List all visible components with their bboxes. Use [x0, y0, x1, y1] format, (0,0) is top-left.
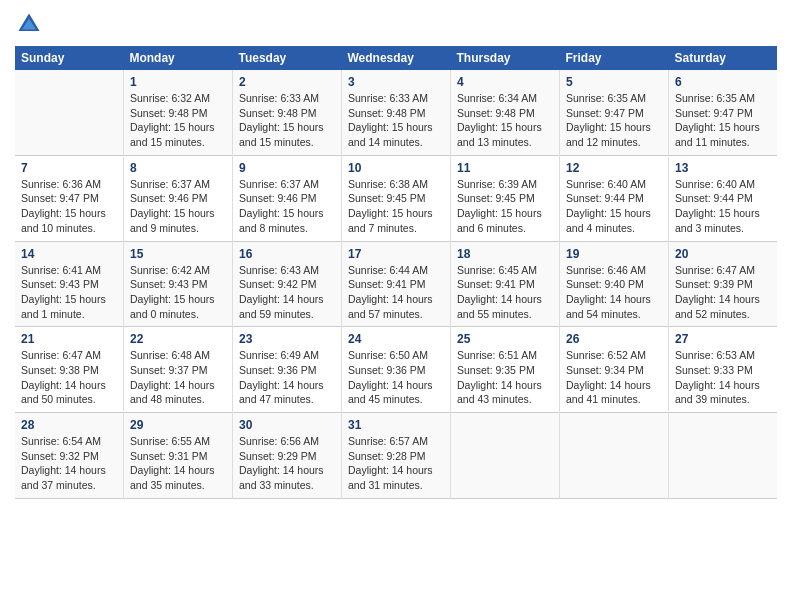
- day-cell: [451, 413, 560, 499]
- day-number: 10: [348, 161, 444, 175]
- day-number: 12: [566, 161, 662, 175]
- week-row-1: 1Sunrise: 6:32 AM Sunset: 9:48 PM Daylig…: [15, 70, 777, 155]
- day-info: Sunrise: 6:38 AM Sunset: 9:45 PM Dayligh…: [348, 177, 444, 236]
- day-number: 9: [239, 161, 335, 175]
- day-cell: 25Sunrise: 6:51 AM Sunset: 9:35 PM Dayli…: [451, 327, 560, 413]
- week-row-4: 21Sunrise: 6:47 AM Sunset: 9:38 PM Dayli…: [15, 327, 777, 413]
- day-number: 17: [348, 247, 444, 261]
- day-number: 24: [348, 332, 444, 346]
- day-number: 30: [239, 418, 335, 432]
- day-header-wednesday: Wednesday: [341, 46, 450, 70]
- day-number: 7: [21, 161, 117, 175]
- day-cell: 9Sunrise: 6:37 AM Sunset: 9:46 PM Daylig…: [232, 155, 341, 241]
- day-cell: 7Sunrise: 6:36 AM Sunset: 9:47 PM Daylig…: [15, 155, 123, 241]
- day-number: 27: [675, 332, 771, 346]
- day-number: 11: [457, 161, 553, 175]
- day-cell: 19Sunrise: 6:46 AM Sunset: 9:40 PM Dayli…: [560, 241, 669, 327]
- day-cell: 11Sunrise: 6:39 AM Sunset: 9:45 PM Dayli…: [451, 155, 560, 241]
- day-info: Sunrise: 6:33 AM Sunset: 9:48 PM Dayligh…: [239, 91, 335, 150]
- day-number: 28: [21, 418, 117, 432]
- day-number: 6: [675, 75, 771, 89]
- day-info: Sunrise: 6:40 AM Sunset: 9:44 PM Dayligh…: [675, 177, 771, 236]
- day-cell: [669, 413, 777, 499]
- day-header-friday: Friday: [560, 46, 669, 70]
- day-info: Sunrise: 6:42 AM Sunset: 9:43 PM Dayligh…: [130, 263, 226, 322]
- day-info: Sunrise: 6:37 AM Sunset: 9:46 PM Dayligh…: [130, 177, 226, 236]
- day-number: 29: [130, 418, 226, 432]
- calendar-table: SundayMondayTuesdayWednesdayThursdayFrid…: [15, 46, 777, 499]
- day-info: Sunrise: 6:54 AM Sunset: 9:32 PM Dayligh…: [21, 434, 117, 493]
- day-cell: 29Sunrise: 6:55 AM Sunset: 9:31 PM Dayli…: [123, 413, 232, 499]
- logo-icon: [15, 10, 43, 38]
- day-cell: 27Sunrise: 6:53 AM Sunset: 9:33 PM Dayli…: [669, 327, 777, 413]
- header: [15, 10, 777, 38]
- day-info: Sunrise: 6:46 AM Sunset: 9:40 PM Dayligh…: [566, 263, 662, 322]
- day-info: Sunrise: 6:56 AM Sunset: 9:29 PM Dayligh…: [239, 434, 335, 493]
- day-info: Sunrise: 6:43 AM Sunset: 9:42 PM Dayligh…: [239, 263, 335, 322]
- day-info: Sunrise: 6:33 AM Sunset: 9:48 PM Dayligh…: [348, 91, 444, 150]
- day-header-sunday: Sunday: [15, 46, 123, 70]
- day-info: Sunrise: 6:48 AM Sunset: 9:37 PM Dayligh…: [130, 348, 226, 407]
- day-info: Sunrise: 6:41 AM Sunset: 9:43 PM Dayligh…: [21, 263, 117, 322]
- logo: [15, 10, 45, 38]
- day-info: Sunrise: 6:47 AM Sunset: 9:39 PM Dayligh…: [675, 263, 771, 322]
- day-info: Sunrise: 6:34 AM Sunset: 9:48 PM Dayligh…: [457, 91, 553, 150]
- day-number: 5: [566, 75, 662, 89]
- day-header-saturday: Saturday: [669, 46, 777, 70]
- week-row-5: 28Sunrise: 6:54 AM Sunset: 9:32 PM Dayli…: [15, 413, 777, 499]
- day-number: 26: [566, 332, 662, 346]
- day-info: Sunrise: 6:53 AM Sunset: 9:33 PM Dayligh…: [675, 348, 771, 407]
- day-cell: 15Sunrise: 6:42 AM Sunset: 9:43 PM Dayli…: [123, 241, 232, 327]
- day-cell: 10Sunrise: 6:38 AM Sunset: 9:45 PM Dayli…: [341, 155, 450, 241]
- day-info: Sunrise: 6:35 AM Sunset: 9:47 PM Dayligh…: [566, 91, 662, 150]
- day-number: 4: [457, 75, 553, 89]
- day-cell: 1Sunrise: 6:32 AM Sunset: 9:48 PM Daylig…: [123, 70, 232, 155]
- day-cell: 13Sunrise: 6:40 AM Sunset: 9:44 PM Dayli…: [669, 155, 777, 241]
- header-row: SundayMondayTuesdayWednesdayThursdayFrid…: [15, 46, 777, 70]
- day-cell: 22Sunrise: 6:48 AM Sunset: 9:37 PM Dayli…: [123, 327, 232, 413]
- day-info: Sunrise: 6:39 AM Sunset: 9:45 PM Dayligh…: [457, 177, 553, 236]
- day-cell: 23Sunrise: 6:49 AM Sunset: 9:36 PM Dayli…: [232, 327, 341, 413]
- day-header-thursday: Thursday: [451, 46, 560, 70]
- day-info: Sunrise: 6:32 AM Sunset: 9:48 PM Dayligh…: [130, 91, 226, 150]
- day-cell: 4Sunrise: 6:34 AM Sunset: 9:48 PM Daylig…: [451, 70, 560, 155]
- day-info: Sunrise: 6:45 AM Sunset: 9:41 PM Dayligh…: [457, 263, 553, 322]
- day-info: Sunrise: 6:52 AM Sunset: 9:34 PM Dayligh…: [566, 348, 662, 407]
- day-cell: 6Sunrise: 6:35 AM Sunset: 9:47 PM Daylig…: [669, 70, 777, 155]
- day-cell: 5Sunrise: 6:35 AM Sunset: 9:47 PM Daylig…: [560, 70, 669, 155]
- day-number: 22: [130, 332, 226, 346]
- day-info: Sunrise: 6:57 AM Sunset: 9:28 PM Dayligh…: [348, 434, 444, 493]
- day-header-monday: Monday: [123, 46, 232, 70]
- day-number: 16: [239, 247, 335, 261]
- day-cell: 12Sunrise: 6:40 AM Sunset: 9:44 PM Dayli…: [560, 155, 669, 241]
- day-number: 14: [21, 247, 117, 261]
- day-info: Sunrise: 6:44 AM Sunset: 9:41 PM Dayligh…: [348, 263, 444, 322]
- day-cell: [560, 413, 669, 499]
- day-info: Sunrise: 6:55 AM Sunset: 9:31 PM Dayligh…: [130, 434, 226, 493]
- day-number: 21: [21, 332, 117, 346]
- day-cell: 2Sunrise: 6:33 AM Sunset: 9:48 PM Daylig…: [232, 70, 341, 155]
- day-info: Sunrise: 6:49 AM Sunset: 9:36 PM Dayligh…: [239, 348, 335, 407]
- day-cell: 16Sunrise: 6:43 AM Sunset: 9:42 PM Dayli…: [232, 241, 341, 327]
- day-info: Sunrise: 6:36 AM Sunset: 9:47 PM Dayligh…: [21, 177, 117, 236]
- day-cell: 3Sunrise: 6:33 AM Sunset: 9:48 PM Daylig…: [341, 70, 450, 155]
- day-info: Sunrise: 6:37 AM Sunset: 9:46 PM Dayligh…: [239, 177, 335, 236]
- day-cell: 17Sunrise: 6:44 AM Sunset: 9:41 PM Dayli…: [341, 241, 450, 327]
- day-info: Sunrise: 6:35 AM Sunset: 9:47 PM Dayligh…: [675, 91, 771, 150]
- day-cell: 31Sunrise: 6:57 AM Sunset: 9:28 PM Dayli…: [341, 413, 450, 499]
- day-cell: 30Sunrise: 6:56 AM Sunset: 9:29 PM Dayli…: [232, 413, 341, 499]
- page-container: SundayMondayTuesdayWednesdayThursdayFrid…: [0, 0, 792, 509]
- day-number: 31: [348, 418, 444, 432]
- day-number: 19: [566, 247, 662, 261]
- week-row-3: 14Sunrise: 6:41 AM Sunset: 9:43 PM Dayli…: [15, 241, 777, 327]
- day-number: 3: [348, 75, 444, 89]
- day-cell: [15, 70, 123, 155]
- day-cell: 8Sunrise: 6:37 AM Sunset: 9:46 PM Daylig…: [123, 155, 232, 241]
- day-info: Sunrise: 6:40 AM Sunset: 9:44 PM Dayligh…: [566, 177, 662, 236]
- day-cell: 21Sunrise: 6:47 AM Sunset: 9:38 PM Dayli…: [15, 327, 123, 413]
- day-info: Sunrise: 6:47 AM Sunset: 9:38 PM Dayligh…: [21, 348, 117, 407]
- day-number: 18: [457, 247, 553, 261]
- day-number: 15: [130, 247, 226, 261]
- day-number: 25: [457, 332, 553, 346]
- day-number: 8: [130, 161, 226, 175]
